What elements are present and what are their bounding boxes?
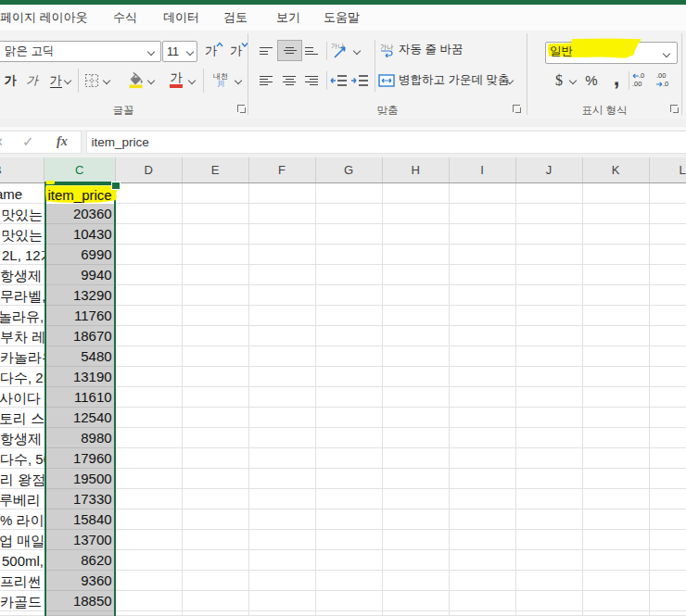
cell-L20[interactable] [650,571,686,591]
cell-B21[interactable]: 카골드 [0,591,44,611]
cell-D7[interactable] [116,306,183,326]
cell-H21[interactable] [383,591,450,611]
cell-G22[interactable] [316,611,383,616]
cell-H13[interactable] [383,428,450,448]
cell-E13[interactable] [183,428,249,448]
cancel-icon[interactable]: ✕ [0,135,4,149]
cell-J10[interactable] [516,367,583,387]
cell-C6[interactable]: 13290 [46,285,114,306]
cell-F1[interactable] [249,183,316,204]
cell-C3[interactable]: 10430 [46,224,114,245]
orientation-chevron-icon[interactable] [354,48,361,55]
cell-J5[interactable] [516,265,583,285]
cell-L1[interactable] [650,183,686,204]
cell-B16[interactable]: 루베리 [0,489,44,509]
cell-L16[interactable] [650,489,686,509]
number-group-dialog-launcher[interactable] [669,104,679,113]
cell-K17[interactable] [583,509,650,530]
cell-D2[interactable] [116,204,183,224]
merge-center-label[interactable]: 병합하고 가운데 맞춤 [399,69,509,90]
fill-color-button[interactable] [126,70,146,91]
cell-F12[interactable] [249,408,316,428]
cell-L11[interactable] [650,387,686,408]
borders-button[interactable] [82,70,102,91]
cell-C18[interactable]: 13700 [46,530,114,550]
cell-I17[interactable] [450,509,516,530]
cell-I16[interactable] [450,489,516,509]
cell-B12[interactable]: 토리 스낵 [0,408,44,428]
cell-I8[interactable] [450,326,516,346]
increase-font-size-button[interactable]: 가 [199,41,222,60]
cell-B9[interactable]: 카놀라유 [0,346,44,367]
cell-J20[interactable] [516,571,583,591]
cell-L9[interactable] [650,346,686,367]
cell-H5[interactable] [383,265,450,285]
merge-center-button[interactable] [377,71,396,90]
cell-B17[interactable]: % 라이 [0,509,44,530]
cell-G5[interactable] [316,265,383,285]
italic-button[interactable]: 가 [23,70,42,91]
cell-H10[interactable] [383,367,450,387]
column-header-I[interactable]: I [450,157,516,183]
cell-E7[interactable] [183,306,249,326]
cell-D15[interactable] [116,469,183,489]
cell-D4[interactable] [116,245,183,265]
middle-align-button[interactable] [277,40,302,61]
cell-E5[interactable] [183,265,249,285]
cell-E9[interactable] [183,346,249,367]
cell-E10[interactable] [183,367,249,387]
cell-E4[interactable] [183,245,249,265]
cell-D5[interactable] [116,265,183,285]
cell-L13[interactable] [650,428,686,448]
cell-I13[interactable] [450,428,516,448]
cell-L7[interactable] [650,306,686,326]
cell-C8[interactable]: 18670 [46,326,114,346]
cell-C4[interactable]: 6990 [46,245,114,265]
column-header-F[interactable]: F [249,157,316,183]
cell-I18[interactable] [450,530,516,550]
cell-G16[interactable] [316,489,383,509]
selection-corner-handle[interactable] [112,182,120,190]
cell-C19[interactable]: 8620 [46,550,114,571]
alignment-group-dialog-launcher[interactable] [512,104,521,113]
cell-L3[interactable] [650,224,686,245]
cell-G4[interactable] [316,245,383,265]
phonetic-split-chevron-icon[interactable] [235,78,242,84]
cell-D22[interactable] [116,611,183,616]
ribbon-tab-6[interactable]: 도움말 [324,5,360,31]
comma-style-button[interactable]: , [606,67,627,89]
cell-L14[interactable] [650,448,686,469]
ribbon-tab-1[interactable]: 페이지 레이아웃 [0,5,88,31]
cell-H11[interactable] [383,387,450,408]
cell-K12[interactable] [583,408,650,428]
cell-G2[interactable] [316,204,383,224]
cell-E16[interactable] [183,489,249,509]
cell-L6[interactable] [650,285,686,306]
cell-J13[interactable] [516,428,583,448]
cell-L10[interactable] [650,367,686,387]
cell-J6[interactable] [516,285,583,306]
cell-K4[interactable] [583,245,650,265]
cell-D18[interactable] [116,530,183,550]
cell-L4[interactable] [650,245,686,265]
bold-button[interactable]: 가 [1,70,19,91]
cell-L12[interactable] [650,408,686,428]
cell-K14[interactable] [583,448,650,469]
column-header-J[interactable]: J [516,157,583,183]
cell-C21[interactable]: 18850 [46,591,114,611]
cell-D17[interactable] [116,509,183,530]
cell-E6[interactable] [183,285,249,306]
cell-B8[interactable]: 부차 레 [0,326,44,346]
cell-D13[interactable] [116,428,183,448]
cell-I14[interactable] [450,448,516,469]
formula-bar-input[interactable]: item_price [86,131,686,154]
cell-E20[interactable] [183,571,249,591]
cell-E2[interactable] [183,204,249,224]
cell-D12[interactable] [116,408,183,428]
cell-G7[interactable] [316,306,383,326]
cell-D19[interactable] [116,550,183,571]
cell-B10[interactable]: 다수, 2L [0,367,44,387]
cell-K19[interactable] [583,550,650,571]
increase-decimal-button[interactable]: .0 .00 [632,69,653,92]
cell-J15[interactable] [516,469,583,489]
